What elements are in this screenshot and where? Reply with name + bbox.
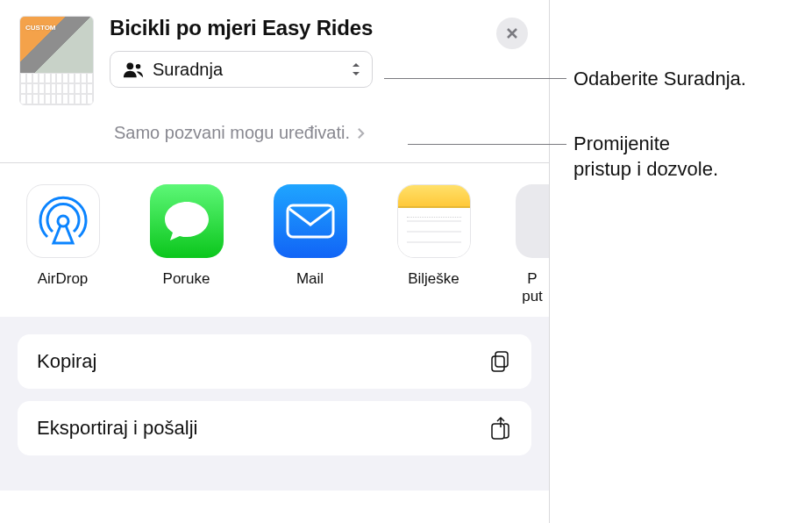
header-main: Bicikli po mjeri Easy Rides Suradnja (110, 16, 481, 88)
svg-rect-6 (492, 424, 504, 439)
messages-icon (150, 184, 224, 258)
share-app-messages[interactable]: Poruke (145, 184, 228, 304)
svg-point-0 (126, 62, 133, 69)
mail-icon (274, 184, 347, 258)
share-app-more[interactable]: P put (516, 184, 549, 304)
people-icon (123, 61, 144, 78)
share-app-mail[interactable]: Mail (268, 184, 352, 304)
export-icon (488, 416, 512, 441)
callout-leader (384, 78, 566, 79)
action-export[interactable]: Eksportiraj i pošalji (18, 401, 531, 455)
callout-permissions: Promijenite pristup i dozvole. (573, 132, 718, 182)
share-apps: AirDrop Poruke Mail (0, 163, 549, 317)
svg-rect-3 (288, 205, 333, 237)
share-app-notes[interactable]: Bilješke (392, 184, 475, 304)
app-label: P put (516, 270, 549, 304)
svg-point-2 (58, 216, 68, 226)
permissions-text: Samo pozvani mogu uređivati. (114, 123, 350, 143)
document-title: Bicikli po mjeri Easy Rides (110, 16, 481, 40)
app-label: Bilješke (392, 270, 475, 288)
chevron-right-icon (357, 127, 365, 140)
dropdown-label: Suradnja (153, 60, 351, 80)
svg-rect-5 (492, 356, 504, 371)
copy-icon (488, 349, 512, 374)
action-label: Kopiraj (37, 350, 488, 373)
updown-icon (351, 61, 361, 78)
airdrop-icon (26, 184, 100, 258)
more-app-icon (516, 184, 549, 258)
thumbnail-badge: CUSTOM (25, 24, 56, 32)
close-button[interactable] (496, 18, 528, 49)
document-thumbnail: CUSTOM (19, 16, 94, 105)
header: CUSTOM Bicikli po mjeri Easy Rides Surad… (0, 0, 549, 105)
collaboration-dropdown[interactable]: Suradnja (110, 51, 373, 88)
actions-section: Kopiraj Eksportiraj i pošalji (0, 317, 549, 491)
callout-leader (408, 144, 566, 145)
notes-icon (397, 184, 471, 258)
app-label: Mail (268, 270, 352, 288)
close-icon (505, 26, 519, 40)
permissions-row[interactable]: Samo pozvani mogu uređivati. (114, 123, 549, 143)
action-copy[interactable]: Kopiraj (18, 334, 531, 389)
app-label: Poruke (145, 270, 228, 288)
callout-collaborate: Odaberite Suradnja. (573, 67, 746, 92)
svg-point-1 (136, 64, 141, 69)
action-label: Eksportiraj i pošalji (37, 417, 488, 440)
app-label: AirDrop (21, 270, 104, 288)
share-app-airdrop[interactable]: AirDrop (21, 184, 104, 304)
svg-rect-4 (495, 352, 508, 367)
